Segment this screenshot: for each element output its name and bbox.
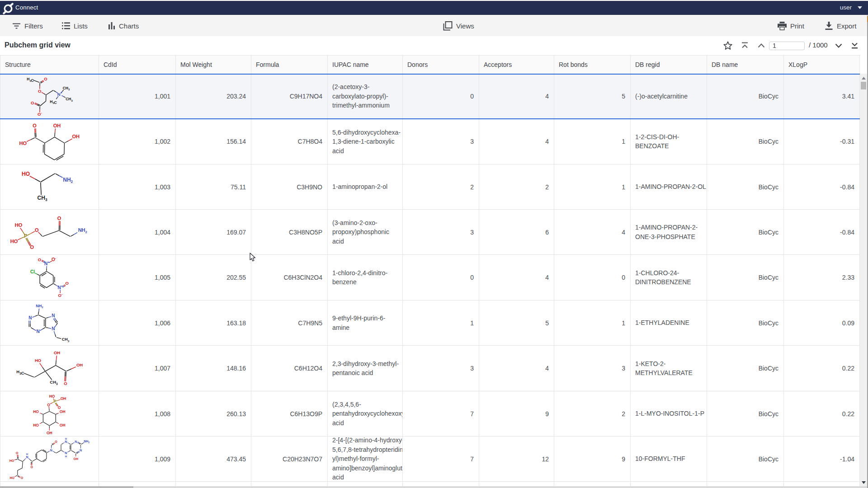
svg-text:H: H [65, 437, 67, 440]
svg-text:HO: HO [19, 140, 27, 145]
svg-text:O: O [58, 405, 61, 410]
svg-text:O: O [55, 440, 57, 443]
svg-text:HO: HO [33, 423, 39, 427]
svg-text:OH: OH [73, 457, 78, 460]
svg-text:P: P [53, 399, 56, 404]
svg-text:NH2: NH2 [84, 440, 90, 444]
svg-text:N: N [75, 440, 77, 443]
svg-text:OH: OH [72, 134, 80, 139]
svg-text:O: O [33, 122, 37, 128]
svg-text:O: O [57, 216, 61, 221]
svg-text:OH: OH [54, 350, 60, 355]
svg-text:HO: HO [10, 239, 18, 244]
svg-text:N: N [80, 449, 82, 452]
svg-text:HO: HO [9, 459, 14, 462]
svg-text:N: N [65, 440, 67, 443]
svg-text:N+: N+ [57, 91, 62, 97]
svg-text:O: O [47, 403, 50, 407]
svg-text:HO: HO [33, 409, 39, 414]
svg-text:O: O [38, 88, 41, 93]
svg-text:O: O [30, 244, 34, 250]
svg-text:H3C: H3C [50, 99, 57, 105]
svg-text:HO: HO [10, 476, 15, 479]
svg-text:CH3: CH3 [62, 337, 70, 343]
svg-text:P: P [24, 233, 27, 239]
svg-text:O: O [21, 476, 24, 479]
svg-text:OH: OH [60, 409, 66, 414]
svg-text:CH3: CH3 [63, 85, 70, 91]
svg-text:OH: OH [53, 122, 61, 128]
svg-text:NH2: NH2 [36, 304, 43, 309]
svg-text:O: O [31, 100, 34, 105]
svg-text:HO: HO [35, 358, 41, 363]
svg-text:N: N [36, 329, 39, 334]
svg-text:N: N [52, 313, 55, 318]
svg-text:N: N [65, 451, 67, 455]
svg-text:N+: N+ [44, 261, 49, 266]
svg-text:N: N [28, 315, 32, 320]
svg-text:N: N [26, 455, 28, 459]
svg-text:N: N [50, 449, 52, 452]
svg-text:HO: HO [15, 222, 23, 228]
svg-text:H: H [65, 455, 67, 458]
svg-text:O: O [44, 76, 47, 81]
svg-text:NH2: NH2 [78, 227, 87, 234]
svg-text:H3C: H3C [27, 77, 34, 83]
svg-text:O-: O- [58, 292, 63, 298]
svg-text:O: O [66, 281, 69, 286]
svg-text:OH: OH [76, 362, 83, 367]
svg-text:CH3: CH3 [66, 97, 73, 102]
svg-text:OH: OH [47, 431, 52, 435]
svg-text:O: O [35, 227, 39, 233]
svg-text:HO: HO [49, 394, 55, 399]
svg-text:OH: OH [61, 396, 66, 401]
svg-text:Cl: Cl [30, 269, 35, 274]
svg-text:H3C: H3C [16, 369, 24, 375]
svg-text:HO: HO [22, 171, 30, 177]
svg-text:NH2: NH2 [63, 177, 73, 184]
svg-text:O-: O- [38, 111, 42, 117]
svg-text:CH3: CH3 [50, 380, 58, 385]
svg-text:H: H [26, 453, 28, 455]
svg-text:O: O [64, 381, 67, 386]
svg-text:O: O [16, 451, 19, 455]
svg-text:N: N [52, 326, 55, 331]
svg-text:N+: N+ [57, 285, 62, 290]
svg-text:O: O [38, 257, 41, 262]
svg-text:O: O [31, 465, 33, 469]
svg-text:O-: O- [52, 257, 56, 262]
svg-text:OH: OH [60, 423, 66, 427]
svg-text:CH3: CH3 [38, 195, 47, 202]
